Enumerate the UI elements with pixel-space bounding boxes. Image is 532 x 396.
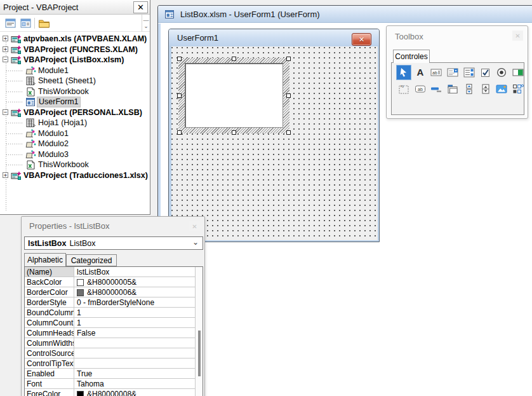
property-name[interactable]: BorderColor [25, 287, 74, 297]
toolbox-control-frame[interactable]: xy [396, 81, 411, 97]
toolbox-control-label[interactable]: A [413, 65, 428, 80]
toolbox-control-multipage[interactable] [445, 81, 460, 97]
property-name[interactable]: Font [25, 379, 74, 388]
property-value[interactable] [74, 348, 203, 358]
property-value[interactable]: 1 [74, 308, 203, 317]
tree-item[interactable]: ThisWorkbook [0, 86, 150, 97]
tree-item[interactable]: Sheet1 (Sheet1) [0, 76, 150, 86]
userform-close-button[interactable]: ✕ [352, 33, 371, 46]
toolbox-control-combobox[interactable] [445, 65, 460, 80]
designer-titlebar[interactable]: ListBox.xlsm - UserForm1 (UserForm) [158, 6, 532, 23]
project-titlebar[interactable]: Project - VBAProject [0, 0, 150, 15]
property-name[interactable]: ForeColor [25, 389, 74, 396]
toolbox-control-scrollbar[interactable] [462, 81, 477, 97]
tree-item-label: Module1 [37, 65, 70, 76]
toolbox-control-optionbutton[interactable] [494, 65, 509, 80]
property-name[interactable]: ColumnHeads [25, 328, 74, 338]
tree-item-label: ThisWorkbook [37, 86, 90, 97]
tree-item[interactable]: Módulo3 [0, 149, 150, 160]
properties-scrollbar[interactable] [195, 267, 203, 396]
image-icon [495, 83, 508, 95]
property-row: ColumnCount1 [25, 318, 203, 328]
property-value[interactable]: False [74, 328, 203, 338]
object-dropdown[interactable]: lstListBox ListBox ⌄ [24, 236, 203, 250]
tree-item-label: Módulo1 [37, 128, 70, 139]
property-name[interactable]: BorderStyle [25, 297, 74, 307]
toggle-folders-button[interactable] [37, 17, 51, 29]
toolbox-tab-controles[interactable]: Controles [393, 50, 430, 63]
property-name[interactable]: ColumnCount [25, 318, 74, 327]
tree-item[interactable]: +VBAProject (FUNCRES.XLAM) [0, 44, 150, 55]
property-row: ControlTipText [25, 358, 203, 369]
userform-titlebar[interactable]: UserForm1 [169, 29, 379, 46]
toolbox-close-button[interactable]: ✕ [512, 31, 523, 41]
project-toolbar: —⌄ [0, 15, 150, 32]
tree-item[interactable]: −VBAProject (PERSONAL.XLSB) [0, 107, 150, 118]
toolbox-control-tabstrip[interactable] [429, 81, 444, 97]
tree-item[interactable]: UserForm1 [0, 97, 150, 107]
tree-item[interactable]: ThisWorkbook [0, 160, 150, 170]
toolbox-control-refedit[interactable] [510, 81, 526, 97]
tab-alphabetic[interactable]: Alphabetic [24, 253, 66, 266]
tree-item[interactable]: +VBAProject (Traducciones1.xlsx) [0, 170, 150, 181]
tree-item[interactable]: Módulo2 [0, 139, 150, 149]
resize-handle-s[interactable] [232, 130, 236, 135]
property-value[interactable]: &H80000006& [74, 287, 203, 297]
property-value[interactable]: Tahoma [74, 379, 203, 388]
userform-grid-surface[interactable] [171, 46, 378, 240]
toolbox-control-textbox[interactable]: ab [429, 65, 444, 80]
userform-window-icon [164, 10, 175, 19]
scrollbar-thumb[interactable] [198, 331, 201, 376]
property-name[interactable]: Enabled [25, 369, 74, 378]
properties-close-button[interactable]: ✕ [189, 221, 200, 231]
collapse-icon[interactable]: − [3, 57, 8, 62]
collapse-icon[interactable]: − [3, 109, 8, 115]
properties-title: Properties - lstListBox [29, 221, 109, 231]
view-object-button[interactable] [18, 17, 32, 29]
resize-handle-nw[interactable] [177, 57, 182, 61]
expand-icon[interactable]: + [3, 46, 8, 52]
toolbox-control-select[interactable] [396, 65, 411, 80]
property-name[interactable]: BoundColumn [25, 308, 74, 317]
view-code-button[interactable] [3, 17, 17, 29]
property-value[interactable] [74, 358, 203, 368]
resize-handle-ne[interactable] [286, 57, 291, 61]
property-value[interactable]: &H80000005& [74, 277, 203, 287]
property-value[interactable]: &H80000008& [74, 389, 203, 396]
toolbox-control-togglebutton[interactable] [510, 65, 526, 80]
property-value[interactable] [74, 338, 203, 348]
toolbox-control-spinbutton[interactable] [478, 81, 493, 97]
toolbox-control-commandbutton[interactable]: ab [413, 81, 428, 97]
property-value[interactable]: 0 - fmBorderStyleNone [74, 297, 203, 307]
property-name[interactable]: ColumnWidths [25, 338, 74, 348]
project-close-button[interactable]: ✕ [133, 1, 148, 13]
tree-item[interactable]: Module1 [0, 65, 150, 76]
property-name[interactable]: (Name) [25, 267, 74, 277]
resize-handle-n[interactable] [232, 57, 236, 61]
multipage-icon [446, 83, 459, 95]
property-value[interactable]: True [74, 369, 203, 378]
expand-icon[interactable]: + [3, 36, 8, 41]
toolbox-control-checkbox[interactable] [478, 65, 493, 80]
resize-handle-e[interactable] [286, 93, 291, 98]
tree-item[interactable]: +atpvbaen.xls (ATPVBAEN.XLAM) [0, 34, 150, 44]
property-value[interactable]: 1 [74, 318, 203, 327]
property-value[interactable]: lstListBox [74, 267, 203, 277]
tab-categorized[interactable]: Categorized [66, 254, 117, 266]
resize-handle-sw[interactable] [177, 130, 182, 135]
listbox-selection-frame[interactable] [178, 58, 289, 133]
property-name[interactable]: ControlTipText [25, 358, 74, 368]
property-name[interactable]: BackColor [25, 277, 74, 287]
listbox-control[interactable] [185, 63, 283, 128]
toolbox-control-image[interactable] [494, 81, 509, 97]
tree-item[interactable]: Módulo1 [0, 128, 150, 139]
tree-item[interactable]: −VBAProject (ListBox.xlsm) [0, 55, 150, 65]
resize-handle-w[interactable] [177, 93, 182, 98]
toolbox-control-listbox[interactable] [462, 65, 477, 80]
toolbar-overflow-button[interactable]: —⌄ [142, 15, 150, 32]
resize-handle-se[interactable] [286, 130, 291, 135]
expand-icon[interactable]: + [3, 172, 8, 178]
tree-item-label: VBAProject (Traducciones1.xlsx) [22, 170, 149, 181]
property-name[interactable]: ControlSource [25, 348, 74, 358]
tree-item[interactable]: Hoja1 (Hoja1) [0, 118, 150, 128]
